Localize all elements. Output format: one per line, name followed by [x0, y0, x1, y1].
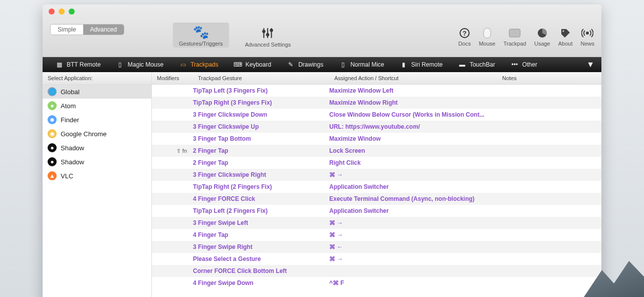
tab-label: Magic Mouse	[128, 61, 163, 68]
tab-btt-remote[interactable]: ▦BTT Remote	[50, 59, 106, 70]
app-icon: ●	[48, 101, 57, 110]
toolbar-docs[interactable]: ?Docs	[458, 26, 471, 47]
table-row[interactable]: Please Select a Gesture⌘ →	[152, 253, 601, 265]
tab-label: TouchBar	[470, 61, 495, 68]
sidebar-header: Select Application:	[43, 72, 151, 85]
cell-gesture: 3 Finger Clickswipe Right	[193, 171, 329, 178]
minimize-icon[interactable]	[59, 9, 65, 15]
toolbar-label: Advanced Settings	[245, 42, 291, 48]
col-action[interactable]: Assigned Action / Shortcut	[329, 72, 497, 84]
tab-normal-mice[interactable]: ▯Normal Mice	[333, 59, 389, 70]
trackpad-icon	[503, 26, 526, 41]
app-list: 🌐Global●Atom☻Finder◉Google Chrome●Shadow…	[43, 85, 151, 183]
cell-gesture: 4 Finger FORCE Click	[193, 195, 329, 202]
cell-action: Execute Terminal Command (Async, non-blo…	[329, 195, 497, 202]
table-row[interactable]: TipTap Right (3 Fingers Fix)Maximize Win…	[152, 97, 601, 109]
toolbar-usage[interactable]: Usage	[534, 26, 550, 47]
cell-gesture: 3 Finger Swipe Left	[193, 219, 329, 226]
svg-rect-8	[484, 28, 491, 38]
cell-action: ⌘ ←	[329, 243, 497, 250]
tab-label: Normal Mice	[350, 61, 384, 68]
cell-gesture: 3 Finger Swipe Right	[193, 243, 329, 250]
col-notes[interactable]: Notes	[497, 72, 601, 84]
tab-label: Other	[522, 61, 537, 68]
tab-other[interactable]: •••Other	[505, 59, 542, 70]
table-row[interactable]: 4 Finger FORCE ClickExecute Terminal Com…	[152, 193, 601, 205]
tab-trackpads[interactable]: ▭Trackpads	[173, 59, 224, 70]
app-name: Shadow	[61, 158, 84, 166]
app-icon: ◉	[48, 129, 57, 138]
table-row[interactable]: 3 Finger Swipe Right⌘ ←	[152, 241, 601, 253]
cell-action: Maximize Window Right	[329, 99, 497, 106]
sidebar-item-app[interactable]: ●Shadow	[43, 155, 151, 169]
sidebar-item-app[interactable]: ●Shadow	[43, 141, 151, 155]
app-name: Finder	[61, 116, 79, 124]
table-row[interactable]: 3 Finger Tap BottomMaximize Window	[152, 133, 601, 145]
table-row[interactable]: 3 Finger Clickswipe DownClose Window Bel…	[152, 109, 601, 121]
keyboard-icon: ⌨	[234, 61, 243, 68]
table-row[interactable]: Corner FORCE Click Bottom Left	[152, 265, 601, 277]
table-row[interactable]: ⇧ fn2 Finger TapLock Screen	[152, 145, 601, 157]
svg-text:?: ?	[463, 30, 467, 37]
filter-dropdown-icon[interactable]: ▼	[586, 60, 594, 69]
mouse-icon: ▯	[116, 61, 125, 68]
sidebar-item-app[interactable]: ▲VLC	[43, 169, 151, 183]
content-body: Select Application: 🌐Global●Atom☻Finder◉…	[43, 72, 601, 297]
cell-gesture: 3 Finger Clickswipe Up	[193, 123, 329, 130]
table-row[interactable]: TipTap Right (2 Fingers Fix)Application …	[152, 181, 601, 193]
table-row[interactable]: TipTap Left (2 Fingers Fix)Application S…	[152, 205, 601, 217]
drawing-icon: ✎	[286, 61, 295, 68]
cell-gesture: TipTap Right (3 Fingers Fix)	[193, 99, 329, 106]
tab-siri-remote[interactable]: ▮Siri Remote	[394, 59, 448, 70]
app-icon: ●	[48, 157, 57, 166]
tab-magic-mouse[interactable]: ▯Magic Mouse	[111, 59, 168, 70]
toolbar-mouse[interactable]: Mouse	[479, 26, 495, 47]
table-row[interactable]: 2 Finger TapRight Click	[152, 157, 601, 169]
app-icon: ☻	[48, 115, 57, 124]
tab-label: Keyboard	[246, 61, 271, 68]
cell-gesture: 4 Finger Tap	[193, 231, 329, 238]
table-row[interactable]: 4 Finger Swipe Down^⌘ F	[152, 277, 601, 289]
tab-drawings[interactable]: ✎Drawings	[281, 59, 328, 70]
cell-gesture: 2 Finger Tap	[193, 147, 329, 154]
gesture-table: TipTap Left (3 Fingers Fix)Maximize Wind…	[152, 85, 601, 297]
svg-point-12	[586, 32, 588, 34]
sidebar-item-app[interactable]: 🌐Global	[43, 85, 151, 99]
table-row[interactable]: 3 Finger Clickswipe UpURL: https://www.y…	[152, 121, 601, 133]
tab-keyboard[interactable]: ⌨Keyboard	[229, 59, 276, 70]
sidebar-item-app[interactable]: ◉Google Chrome	[43, 127, 151, 141]
cell-action: Maximize Window Left	[329, 87, 497, 94]
app-window: Simple Advanced 🐾 Gestures/Triggers Adva…	[43, 5, 601, 297]
col-gesture[interactable]: Trackpad Gesture	[193, 72, 329, 84]
help-icon: ?	[458, 26, 471, 41]
table-row[interactable]: TipTap Left (3 Fingers Fix)Maximize Wind…	[152, 85, 601, 97]
toolbar-trackpad[interactable]: Trackpad	[503, 26, 526, 47]
siri-icon: ▮	[399, 61, 408, 68]
table-row[interactable]: 3 Finger Clickswipe Right⌘ →	[152, 169, 601, 181]
titlebar: Simple Advanced 🐾 Gestures/Triggers Adva…	[43, 5, 601, 57]
cell-gesture: 4 Finger Swipe Down	[193, 279, 329, 286]
tab-touchbar[interactable]: ▬TouchBar	[453, 59, 500, 70]
toolbar-advanced-settings[interactable]: Advanced Settings	[245, 25, 291, 48]
sliders-icon	[245, 25, 291, 42]
sidebar-item-app[interactable]: ☻Finder	[43, 113, 151, 127]
cell-gesture: TipTap Left (2 Fingers Fix)	[193, 207, 329, 214]
svg-point-5	[271, 29, 273, 31]
close-icon[interactable]	[49, 9, 55, 15]
toolbar-label: Trackpad	[503, 41, 526, 47]
col-modifiers[interactable]: Modifiers	[152, 72, 193, 84]
maximize-icon[interactable]	[69, 9, 75, 15]
tab-label: Trackpads	[190, 61, 219, 68]
table-row[interactable]: 4 Finger Tap⌘ →	[152, 229, 601, 241]
sidebar-item-app[interactable]: ●Atom	[43, 99, 151, 113]
mode-advanced[interactable]: Advanced	[83, 25, 124, 35]
mode-simple[interactable]: Simple	[51, 25, 83, 35]
cell-action: URL: https://www.youtube.com/	[329, 123, 497, 130]
app-icon: ▲	[48, 171, 57, 180]
toolbar-news[interactable]: News	[580, 26, 594, 47]
toolbar-about[interactable]: About	[558, 26, 573, 47]
cell-action: ⌘ →	[329, 231, 497, 238]
toolbar-gestures[interactable]: 🐾 Gestures/Triggers	[173, 23, 229, 48]
table-row[interactable]: 3 Finger Swipe Left⌘ →	[152, 217, 601, 229]
cell-action: Close Window Below Cursor (Works in Miss…	[329, 111, 497, 118]
